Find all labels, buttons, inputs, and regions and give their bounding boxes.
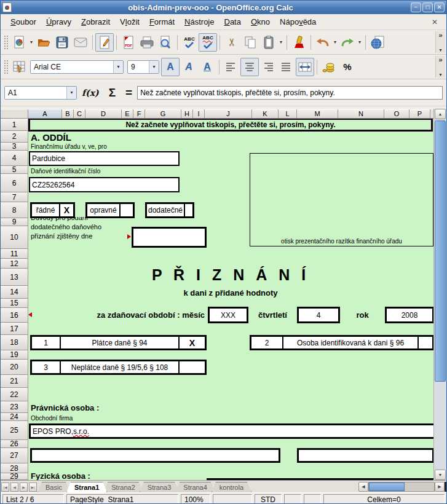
redo-dropdown-icon[interactable]: ▾ [357, 39, 363, 45]
vertical-scroll-thumb[interactable] [435, 120, 446, 382]
row-header[interactable]: 24 [1, 413, 28, 421]
previous-sheet-icon[interactable]: ◀ [10, 482, 18, 492]
merge-cells-button[interactable] [296, 58, 314, 76]
toolbar-grip[interactable] [4, 35, 8, 50]
tab-kontrola[interactable]: kontrola [212, 482, 251, 492]
underline-button[interactable]: A [198, 58, 216, 76]
opravne-check[interactable] [119, 204, 133, 216]
month-field[interactable]: XXX [208, 307, 248, 323]
type2-check[interactable] [417, 337, 432, 348]
auto-spellcheck-button[interactable]: ABC [199, 33, 217, 52]
toolbar-more-icon[interactable]: ▾ [439, 72, 441, 77]
type3-box[interactable]: 3 Neplátce daně § 19/5,6 § 108 [30, 360, 207, 375]
menu-upravy[interactable]: Úpravy [41, 15, 76, 28]
scroll-up-icon[interactable]: ▲ [435, 109, 446, 119]
pane-splitter[interactable] [445, 482, 446, 492]
column-header[interactable]: N [338, 109, 384, 118]
column-header[interactable]: D [85, 109, 122, 118]
close-button[interactable]: ✕ [434, 2, 445, 12]
column-header[interactable]: C [74, 109, 85, 118]
checkbox-dodatecne[interactable]: dodatečné [145, 202, 194, 218]
horizontal-scroll-track[interactable] [368, 482, 435, 492]
undo-button[interactable] [314, 33, 332, 52]
row-header[interactable]: 7 [1, 192, 28, 202]
cut-button[interactable]: ✂ [223, 33, 241, 52]
row-header[interactable]: 12 [1, 259, 28, 269]
align-justify-button[interactable] [277, 58, 296, 76]
year-field[interactable]: 2008 [385, 307, 433, 323]
row-header[interactable]: 21 [1, 375, 28, 388]
cell-a1-selected[interactable]: Než začnete vyplňovat tiskopis, přečtěte… [29, 119, 432, 131]
column-header[interactable]: K [252, 109, 279, 118]
type2-box[interactable]: 2 Osoba identifikovaná k dani § 96 [250, 335, 433, 350]
column-header[interactable]: L [279, 109, 297, 118]
row-header[interactable]: 22 [1, 388, 28, 401]
row-header[interactable]: 2 [1, 131, 28, 143]
horizontal-scrollbar[interactable]: ◀ ▶ [358, 482, 445, 492]
row-header[interactable]: 29 [1, 473, 28, 480]
new-document-button[interactable] [10, 33, 28, 52]
column-header[interactable]: O [384, 109, 409, 118]
page-style[interactable]: PageStyle_Strana1 [66, 494, 178, 504]
function-wizard-icon[interactable]: f(x) [82, 88, 99, 98]
percent-format-button[interactable]: % [338, 58, 357, 76]
row-header[interactable]: 9 [1, 218, 28, 226]
align-center-button[interactable] [240, 58, 259, 76]
page-preview-button[interactable] [156, 33, 175, 52]
tab-strana2[interactable]: Strana2 [103, 482, 143, 492]
paste-button[interactable] [259, 33, 278, 52]
menu-soubor[interactable]: Soubor [6, 15, 41, 28]
name-box[interactable]: A1 ▾ [4, 86, 77, 100]
font-size-combo[interactable]: 9 ▾ [127, 60, 159, 74]
menu-format[interactable]: Formát [144, 15, 180, 28]
row-header[interactable]: 3 [1, 143, 28, 151]
column-header[interactable]: M [297, 109, 338, 118]
maximize-button[interactable]: □ [422, 2, 433, 12]
export-pdf-button[interactable]: PDF [119, 33, 138, 52]
column-header[interactable]: I [193, 109, 205, 118]
dodatecne-check[interactable] [184, 204, 192, 216]
column-header[interactable]: E [122, 109, 133, 118]
office-field[interactable]: Pardubice [29, 151, 180, 166]
checkbox-radne[interactable]: řádné X [30, 202, 75, 218]
spellcheck-button[interactable]: ABC [180, 33, 199, 52]
align-left-button[interactable] [222, 58, 240, 76]
toolbar-more-icon[interactable]: ▾ [439, 47, 441, 53]
email-button[interactable] [71, 33, 90, 52]
column-header[interactable]: A [28, 109, 62, 118]
minimize-button[interactable]: − [411, 2, 421, 12]
formula-input[interactable]: Než začnete vyplňovat tiskopis, přečtěte… [137, 86, 443, 100]
hyperlink-button[interactable] [368, 33, 387, 52]
menu-napoveda[interactable]: Nápověda [275, 15, 321, 28]
selection-mode[interactable]: STD [255, 494, 282, 504]
row-header[interactable]: 19 [1, 350, 28, 360]
font-size-dropdown-icon[interactable]: ▾ [149, 61, 159, 73]
row-header[interactable]: 23 [1, 401, 28, 413]
tab-strana1[interactable]: Strana1 [66, 482, 107, 492]
equals-icon[interactable]: = [125, 86, 132, 100]
bold-button[interactable]: A [161, 58, 180, 76]
styles-button[interactable] [10, 58, 28, 76]
menu-okno[interactable]: Okno [246, 15, 275, 28]
copy-button[interactable] [241, 33, 259, 52]
company-field[interactable]: EPOS PRO, s.r.o. [29, 423, 433, 439]
column-header[interactable]: B [62, 109, 74, 118]
row-header[interactable]: 8 [1, 202, 28, 218]
edit-file-button[interactable] [95, 33, 114, 52]
row-header[interactable]: 15 [1, 299, 28, 308]
column-header[interactable]: H [181, 109, 193, 118]
horizontal-scroll-thumb[interactable] [369, 482, 405, 491]
format-paintbrush-button[interactable] [290, 33, 308, 52]
first-sheet-icon[interactable]: |◀ [1, 482, 9, 492]
row-header[interactable]: 6 [1, 174, 28, 192]
toolbar-overflow-icon[interactable]: » [438, 31, 442, 39]
align-right-button[interactable] [259, 58, 277, 76]
new-dropdown-icon[interactable]: ▾ [28, 39, 34, 45]
type1-check[interactable]: X [178, 337, 205, 348]
select-all-corner[interactable] [1, 109, 28, 118]
checkbox-opravne[interactable]: opravné [85, 202, 135, 218]
row-header[interactable]: 1 [1, 119, 28, 131]
sheet-canvas[interactable]: Než začnete vyplňovat tiskopis, přečtěte… [28, 119, 433, 480]
radne-check[interactable]: X [59, 204, 73, 216]
tab-strana3[interactable]: Strana3 [140, 482, 180, 492]
